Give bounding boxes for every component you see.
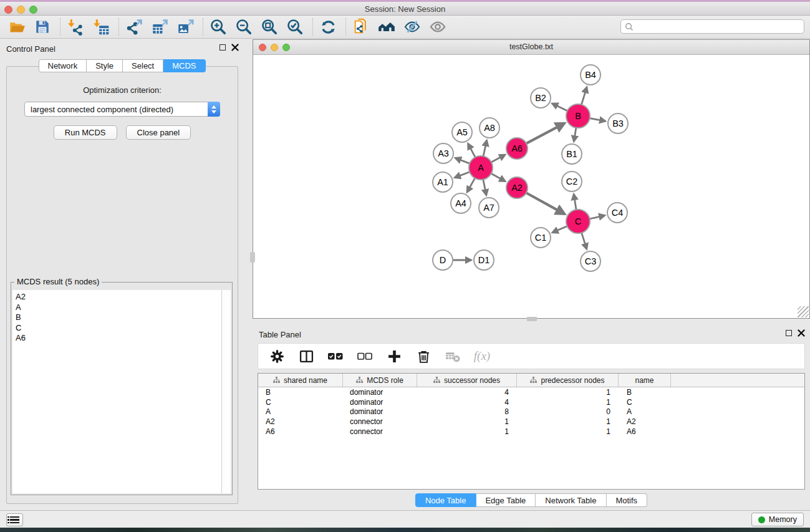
- export-network-icon[interactable]: [125, 17, 143, 36]
- memory-button[interactable]: Memory: [751, 513, 804, 526]
- mcds-result-list[interactable]: A2ABCA6: [12, 290, 231, 493]
- network-canvas[interactable]: B4B2BB3A8A5A6A3B1AA1C2A2A4A7C4CC1DD1C3: [253, 55, 809, 318]
- search-icon: [624, 22, 634, 32]
- show-all-networks-icon[interactable]: [377, 17, 396, 36]
- graph-edge[interactable]: [524, 191, 564, 214]
- graph-node-C1[interactable]: C1: [531, 228, 551, 248]
- network-window-title: testGlobe.txt: [253, 42, 809, 51]
- tab-network[interactable]: Network: [38, 59, 87, 72]
- run-mcds-button[interactable]: Run MCDS: [54, 125, 117, 140]
- tab-select[interactable]: Select: [123, 59, 163, 72]
- table-cell: C: [619, 398, 671, 407]
- graph-node-A7[interactable]: A7: [479, 198, 499, 218]
- list-item[interactable]: A6: [16, 333, 231, 344]
- table-row[interactable]: Bdominator41B: [258, 387, 804, 397]
- list-item[interactable]: A: [16, 302, 231, 313]
- graph-node-B3[interactable]: B3: [608, 114, 628, 133]
- column-header[interactable]: shared name: [258, 374, 343, 387]
- vertical-scrollbar-thumb[interactable]: [250, 252, 255, 263]
- graph-node-C4[interactable]: C4: [607, 203, 627, 223]
- result-scrollbar[interactable]: [221, 290, 231, 493]
- zoom-in-icon[interactable]: [209, 17, 228, 36]
- graph-node-B1[interactable]: B1: [562, 144, 582, 164]
- graph-node-B4[interactable]: B4: [581, 65, 600, 85]
- zoom-selected-icon[interactable]: [286, 17, 304, 36]
- save-session-icon[interactable]: [33, 17, 52, 36]
- tab-motifs[interactable]: Motifs: [606, 493, 647, 507]
- graph-node-C[interactable]: C: [566, 210, 590, 233]
- graph-node-A2[interactable]: A2: [506, 177, 528, 198]
- graph-node-label: A6: [511, 143, 523, 153]
- new-network-from-file-icon[interactable]: [352, 17, 370, 36]
- column-header[interactable]: successor nodes: [417, 374, 517, 387]
- deselect-all-rows-icon[interactable]: [357, 348, 373, 364]
- table-row[interactable]: A6connector11A6: [258, 427, 804, 437]
- search-input[interactable]: [634, 21, 804, 32]
- table-row[interactable]: Adominator80A: [258, 407, 804, 417]
- zoom-out-icon[interactable]: [234, 17, 253, 36]
- optimization-select[interactable]: largest connected component (directed): [24, 102, 220, 117]
- graph-node-label: B4: [585, 70, 596, 80]
- import-table-icon[interactable]: [92, 17, 110, 36]
- gear-icon[interactable]: [269, 348, 285, 364]
- table-panel-title: Table Panel: [259, 330, 301, 339]
- graph-node-A5[interactable]: A5: [452, 122, 472, 142]
- float-panel-icon[interactable]: [786, 330, 792, 336]
- table-row[interactable]: Cdominator41C: [258, 397, 804, 407]
- graph-node-A[interactable]: A: [469, 156, 493, 180]
- tab-network-table[interactable]: Network Table: [536, 493, 606, 507]
- select-all-rows-icon[interactable]: [327, 348, 344, 364]
- window-resize-grip[interactable]: [798, 306, 809, 317]
- function-builder-icon[interactable]: f(x): [474, 348, 490, 364]
- graph-node-A3[interactable]: A3: [433, 143, 453, 163]
- splitter-handle[interactable]: [527, 317, 537, 321]
- graph-node-A8[interactable]: A8: [480, 118, 499, 138]
- zoom-fit-icon[interactable]: [260, 17, 279, 36]
- list-item[interactable]: B: [16, 312, 231, 323]
- float-panel-icon[interactable]: [219, 44, 226, 51]
- tab-edge-table[interactable]: Edge Table: [476, 493, 536, 507]
- show-eye-icon[interactable]: [428, 17, 447, 36]
- refresh-icon[interactable]: [319, 17, 337, 36]
- column-header[interactable]: MCDS role: [343, 374, 417, 387]
- delete-table-icon[interactable]: [445, 348, 461, 364]
- graph-node-A6[interactable]: A6: [506, 138, 528, 159]
- graph-edge[interactable]: [524, 123, 564, 145]
- graph-node-D1[interactable]: D1: [474, 250, 494, 270]
- table-row[interactable]: A2connector11A2: [258, 417, 804, 427]
- delete-column-icon[interactable]: [415, 348, 432, 364]
- graph-node-C3[interactable]: C3: [581, 251, 600, 271]
- graph-node-label: D: [440, 255, 446, 265]
- table-cell: A6: [258, 427, 343, 436]
- table-panel: Table Panel f(x): [253, 324, 810, 510]
- column-header[interactable]: name: [619, 374, 671, 387]
- graph-node-A1[interactable]: A1: [433, 172, 453, 192]
- tab-style[interactable]: Style: [87, 59, 123, 72]
- add-column-icon[interactable]: [386, 348, 402, 364]
- open-session-icon[interactable]: [7, 17, 26, 36]
- close-panel-icon[interactable]: [231, 44, 239, 51]
- graph-node-D[interactable]: D: [433, 250, 453, 270]
- list-item[interactable]: C: [16, 323, 231, 334]
- import-network-icon[interactable]: [66, 17, 85, 36]
- node-table[interactable]: shared name MCDS role successor nodes pr…: [258, 373, 805, 490]
- graph-node-B2[interactable]: B2: [531, 88, 551, 108]
- graph-node-label: A2: [511, 183, 523, 193]
- task-history-icon[interactable]: [6, 513, 23, 526]
- control-panel-tabs: Network Style Select MCDS: [38, 59, 205, 72]
- table-cell: 8: [417, 407, 517, 416]
- graph-node-C2[interactable]: C2: [562, 172, 582, 191]
- tab-mcds[interactable]: MCDS: [163, 59, 205, 72]
- close-panel-icon[interactable]: [798, 329, 805, 337]
- column-header[interactable]: predecessor nodes: [517, 374, 619, 387]
- table-body: Bdominator41BCdominator41CAdominator80AA…: [258, 387, 804, 437]
- graph-node-A4[interactable]: A4: [451, 193, 471, 213]
- close-panel-button[interactable]: Close panel: [126, 125, 191, 140]
- split-panel-icon[interactable]: [298, 348, 314, 364]
- export-table-icon[interactable]: [150, 17, 169, 36]
- graph-node-B[interactable]: B: [566, 104, 590, 128]
- tab-node-table[interactable]: Node Table: [415, 493, 476, 507]
- export-image-icon[interactable]: [176, 17, 195, 36]
- hide-selected-icon[interactable]: [403, 17, 422, 36]
- list-item[interactable]: A2: [16, 292, 231, 302]
